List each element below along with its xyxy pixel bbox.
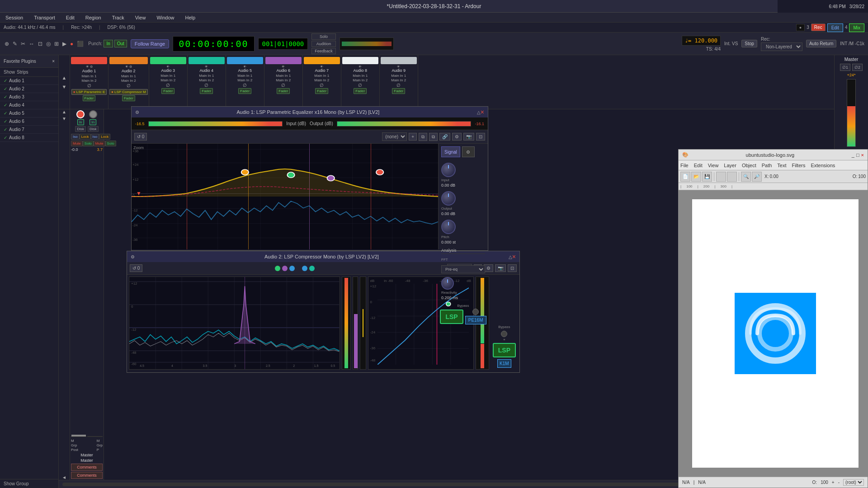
audition-button[interactable]: Audition [311, 41, 336, 47]
tool-10[interactable]: ⬛ [76, 40, 85, 48]
comp-reset-button[interactable]: ↺ 0 [130, 264, 142, 272]
auto-return-button[interactable]: Auto Return [806, 40, 836, 47]
comp-screenshot-button[interactable]: 📷 [495, 264, 506, 272]
in-button-audio1b[interactable]: In [90, 119, 96, 125]
show-group-control[interactable]: Show Group [0, 479, 58, 488]
track-list-item-audio3[interactable]: ✓ Audio 3 [0, 93, 58, 101]
menu-transport[interactable]: Transport [32, 14, 57, 21]
close-eq-button[interactable]: × [481, 108, 484, 116]
menu-region[interactable]: Region [84, 14, 103, 21]
comp-dot-green[interactable] [275, 266, 280, 271]
track-list-item-audio1[interactable]: ✓ Audio 1 [0, 77, 58, 85]
inkscape-menu-path[interactable]: Path [762, 163, 772, 168]
fader-audio6[interactable]: Fader [277, 88, 290, 94]
rec-button[interactable]: Rec [811, 23, 826, 31]
minimize-comp-icon[interactable]: △ [509, 254, 512, 259]
disk-button-audio1b[interactable]: Disk [88, 126, 99, 132]
tool-6[interactable]: ◎ [45, 40, 52, 48]
inkscape-tool-redo[interactable]: ↪ [727, 172, 737, 182]
inkscape-tool-open[interactable]: 📂 [691, 172, 701, 182]
comp-dot-teal[interactable] [309, 266, 315, 271]
comments-button-audio1[interactable]: Comments [71, 464, 103, 471]
track-list-item-audio8[interactable]: ✓ Audio 8 [0, 134, 58, 142]
track-list-item-audio6[interactable]: ✓ Audio 6 [0, 117, 58, 126]
tool-4[interactable]: ↔ [28, 40, 35, 48]
inkscape-menu-filters[interactable]: Filters [792, 163, 806, 168]
eq-add-button[interactable]: + [409, 133, 417, 141]
solo-button-audio1[interactable]: Solo [83, 141, 94, 146]
comp-dot-blue2[interactable] [302, 266, 307, 271]
eq-paste-button[interactable]: ⧉ [429, 133, 438, 141]
punch-in-button[interactable]: In [104, 40, 113, 47]
fader-audio8[interactable]: Fader [354, 88, 367, 94]
k1m-button[interactable]: K1M [497, 359, 511, 368]
fader-slider-audio1b[interactable] [87, 436, 103, 437]
menu-window[interactable]: Window [155, 14, 176, 21]
eq-screenshot-button[interactable]: 📷 [463, 133, 474, 141]
comp-dot-purple[interactable] [282, 266, 288, 271]
fader-audio9[interactable]: Fader [392, 88, 405, 94]
track-list-item-audio2[interactable]: ✓ Audio 2 [0, 85, 58, 93]
inkscape-tool-new[interactable]: 📄 [680, 172, 690, 182]
inkscape-menu-object[interactable]: Object [742, 163, 756, 168]
tool-1[interactable]: ⊕ [4, 40, 10, 48]
menu-help[interactable]: Help [184, 14, 198, 21]
lsp-button-comp[interactable]: LSP [493, 343, 516, 357]
mute-button-audio1b[interactable]: Mute [94, 141, 105, 146]
record-arm-audio1b[interactable] [89, 110, 97, 118]
fft-mode-select[interactable]: Pre-eq [441, 265, 485, 273]
track-list-item-audio4[interactable]: ✓ Audio 4 [0, 101, 58, 109]
record-arm-audio1[interactable] [76, 110, 85, 118]
menu-session[interactable]: Session [4, 14, 25, 21]
follow-range-button[interactable]: Follow Range [131, 39, 169, 48]
mute-button-audio1[interactable]: Mute [71, 141, 83, 146]
track-list-item-audio5[interactable]: ✓ Audio 5 [0, 109, 58, 117]
rec-mode-select[interactable]: Non-Layered [761, 42, 802, 51]
pe16m-button[interactable]: PE16M [465, 316, 486, 324]
comp-settings-button[interactable]: ⚙ [484, 264, 493, 272]
comments-button-audio1b[interactable]: Comments [71, 472, 103, 479]
fader-audio7[interactable]: Fader [315, 88, 328, 94]
eq-reset-button[interactable]: ↺ 0 [134, 133, 147, 141]
bypass-indicator-eq[interactable] [472, 309, 479, 315]
fader-audio3[interactable]: Fader [161, 88, 175, 94]
inkscape-zoom-out-status[interactable]: - [838, 480, 840, 485]
iso-button-audio1b[interactable]: Iso [91, 134, 99, 140]
lock-button-audio1b[interactable]: Lock [99, 134, 110, 140]
lsp-button-eq[interactable]: LSP [440, 310, 463, 324]
inkscape-tool-zoom-in[interactable]: 🔍 [741, 172, 751, 182]
comp-dot-blue[interactable] [289, 266, 295, 271]
tool-3[interactable]: ✂ [20, 40, 26, 48]
phase2-button[interactable]: ∅2 [852, 64, 863, 71]
solo-button-audio1b[interactable]: Solo [105, 141, 116, 146]
edit-button[interactable]: Edit [827, 23, 843, 32]
close-comp-button[interactable]: × [512, 253, 516, 260]
mix-button[interactable]: Mix [849, 23, 864, 32]
iso-button-audio1[interactable]: Iso [71, 134, 80, 140]
bypass-indicator-comp[interactable] [501, 331, 507, 337]
stop-button[interactable]: Stop [741, 40, 757, 47]
inkscape-root-select[interactable]: (root) [843, 479, 864, 486]
scroll-up-icon[interactable]: ▲ [62, 75, 67, 80]
favorite-plugins-close[interactable]: × [52, 59, 55, 64]
inkscape-menu-edit[interactable]: Edit [694, 163, 703, 168]
menu-track[interactable]: Track [110, 14, 126, 21]
pitch-knob[interactable] [441, 220, 456, 234]
signal-settings-icon[interactable]: ⚙ [462, 146, 475, 157]
eq-none-dropdown[interactable]: (none) [382, 132, 407, 141]
eq-settings-button[interactable]: ⚙ [452, 133, 462, 141]
fader-audio2[interactable]: Fader [122, 95, 135, 101]
inkscape-tool-zoom-out[interactable]: 🔎 [752, 172, 762, 182]
fader-audio4[interactable]: Fader [200, 88, 213, 94]
phase1-button[interactable]: ∅1 [840, 64, 850, 71]
reactivity-knob[interactable] [441, 277, 454, 290]
eq-copy-button[interactable]: ⧉ [419, 133, 427, 141]
fader-audio5[interactable]: Fader [238, 88, 251, 94]
inkscape-tool-undo[interactable]: ↩ [716, 172, 726, 182]
fader-audio1[interactable]: Fader [83, 95, 96, 101]
inkscape-menu-text[interactable]: Text [777, 163, 786, 168]
fader-slider-audio1[interactable] [71, 436, 86, 437]
scroll-down-icon[interactable]: ▼ [62, 84, 67, 89]
menu-edit[interactable]: Edit [64, 14, 76, 21]
tool-7[interactable]: ⊞ [53, 40, 60, 48]
